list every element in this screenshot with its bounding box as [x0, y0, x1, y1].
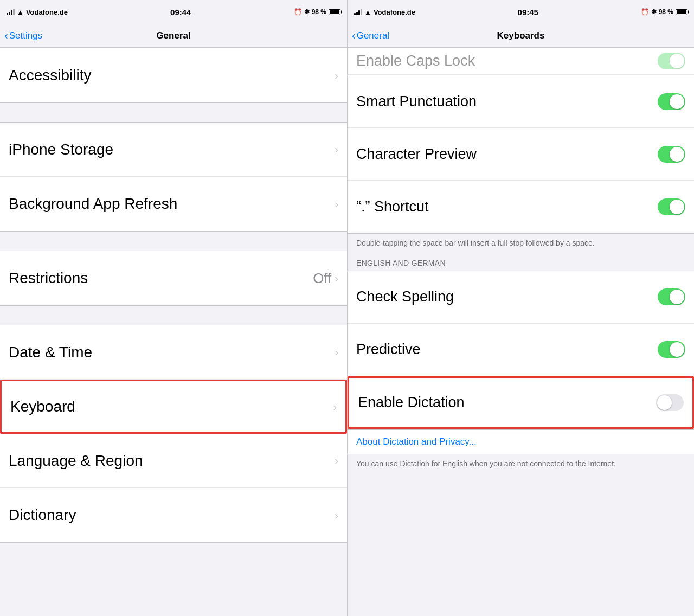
right-alarm-icon: ⏰ [641, 8, 649, 16]
alarm-icon: ⏰ [294, 8, 302, 16]
character-preview-toggle[interactable] [658, 146, 685, 163]
keyboard-row[interactable]: Keyboard › [0, 380, 347, 434]
language-region-right: › [335, 454, 338, 467]
restrictions-row[interactable]: Restrictions Off › [0, 251, 347, 305]
predictive-toggle[interactable] [658, 341, 685, 358]
enable-dictation-toggle-knob [657, 395, 672, 410]
right-bluetooth-icon: ✱ [651, 8, 657, 16]
character-preview-toggle-knob [670, 147, 684, 162]
iphone-storage-chevron-icon: › [335, 143, 338, 156]
left-battery-pct: 98 % [312, 8, 326, 16]
check-spelling-label: Check Spelling [356, 288, 454, 305]
left-nav-bar: ‹ Settings General [0, 24, 347, 48]
shortcut-toggle[interactable] [658, 198, 685, 215]
right-signal-icon [354, 9, 362, 15]
date-time-right: › [335, 346, 338, 358]
left-panel: ▲ Vodafone.de 09:44 ⏰ ✱ 98 % ‹ Settings … [0, 0, 347, 616]
iphone-storage-label: iPhone Storage [9, 141, 113, 158]
spelling-group: Check Spelling Predictive Enable Dictati… [348, 271, 694, 429]
accessibility-right: › [335, 69, 338, 82]
accessibility-chevron-icon: › [335, 69, 338, 82]
date-time-chevron-icon: › [335, 346, 338, 358]
keyboard-label: Keyboard [10, 398, 75, 415]
enable-dictation-row[interactable]: Enable Dictation [348, 376, 694, 429]
restrictions-label: Restrictions [9, 270, 88, 287]
left-back-label: Settings [9, 30, 42, 41]
battery-icon [329, 9, 340, 15]
battery-fill [330, 10, 339, 14]
date-time-label: Date & Time [9, 344, 92, 361]
dictionary-label: Dictionary [9, 506, 76, 524]
smart-punctuation-toggle[interactable] [658, 93, 685, 110]
background-app-refresh-chevron-icon: › [335, 198, 338, 210]
dictation-privacy-label: About Dictation and Privacy... [356, 437, 477, 447]
dictation-footer: You can use Dictation for English when y… [348, 454, 694, 476]
character-preview-label: Character Preview [356, 146, 477, 163]
right-status-left: ▲ Vodafone.de [354, 8, 415, 16]
english-german-header: ENGLISH AND GERMAN [348, 255, 694, 271]
left-status-left: ▲ Vodafone.de [7, 8, 68, 16]
language-region-row[interactable]: Language & Region › [0, 434, 347, 488]
enable-dictation-label: Enable Dictation [358, 394, 465, 411]
right-back-label: General [357, 30, 389, 41]
dictionary-row[interactable]: Dictionary › [0, 488, 347, 542]
dictionary-right: › [335, 509, 338, 522]
left-back-button[interactable]: ‹ Settings [4, 30, 42, 42]
caps-lock-label: Enable Caps Lock [356, 53, 475, 69]
shortcut-toggle-knob [670, 200, 684, 214]
left-status-bar: ▲ Vodafone.de 09:44 ⏰ ✱ 98 % [0, 0, 347, 24]
left-chevron-icon: ‹ [4, 29, 8, 42]
language-region-chevron-icon: › [335, 454, 338, 467]
left-time: 09:44 [170, 8, 191, 17]
restrictions-chevron-icon: › [335, 272, 338, 285]
left-carrier: Vodafone.de [26, 8, 68, 16]
restrictions-value: Off [313, 270, 331, 287]
smart-punctuation-row[interactable]: Smart Punctuation [348, 75, 694, 128]
iphone-storage-row[interactable]: iPhone Storage › [0, 123, 347, 177]
left-nav-title: General [156, 30, 190, 41]
right-panel: ▲ Vodafone.de 09:45 ⏰ ✱ 98 % ‹ General K… [347, 0, 694, 616]
spacer-2 [0, 232, 347, 251]
date-time-row[interactable]: Date & Time › [0, 325, 347, 380]
check-spelling-row[interactable]: Check Spelling [348, 271, 694, 324]
dictation-privacy-link[interactable]: About Dictation and Privacy... [348, 429, 694, 454]
spacer-1 [0, 103, 347, 122]
caps-lock-partial-row: Enable Caps Lock [348, 48, 694, 75]
keyboard-chevron-icon: › [333, 401, 337, 413]
dictionary-chevron-icon: › [335, 509, 338, 522]
caps-lock-toggle-knob [670, 54, 684, 68]
accessibility-label: Accessibility [9, 67, 91, 84]
storage-group: iPhone Storage › Background App Refresh … [0, 122, 347, 232]
restrictions-right: Off › [313, 270, 338, 287]
right-wifi-icon: ▲ [364, 8, 371, 16]
background-app-refresh-row[interactable]: Background App Refresh › [0, 177, 347, 231]
accessibility-row[interactable]: Accessibility › [0, 48, 347, 102]
shortcut-row[interactable]: “.” Shortcut [348, 181, 694, 233]
check-spelling-toggle[interactable] [658, 288, 685, 305]
left-status-right: ⏰ ✱ 98 % [294, 8, 340, 16]
smart-punctuation-label: Smart Punctuation [356, 93, 477, 110]
predictive-label: Predictive [356, 341, 421, 358]
right-time: 09:45 [518, 8, 538, 17]
caps-lock-toggle[interactable] [658, 53, 685, 69]
right-chevron-icon: ‹ [352, 29, 356, 42]
right-battery-pct: 98 % [659, 8, 673, 16]
predictive-row[interactable]: Predictive [348, 324, 694, 376]
background-app-refresh-right: › [335, 198, 338, 210]
left-settings-content: Accessibility › iPhone Storage › Backgro… [0, 48, 347, 616]
enable-dictation-toggle[interactable] [656, 394, 684, 411]
shortcut-label: “.” Shortcut [356, 198, 429, 215]
language-region-label: Language & Region [9, 452, 143, 470]
signal-icon [7, 9, 15, 15]
right-carrier: Vodafone.de [374, 8, 415, 16]
character-preview-row[interactable]: Character Preview [348, 128, 694, 181]
misc-group: Date & Time › Keyboard › Language & Regi… [0, 325, 347, 543]
smart-punctuation-toggle-knob [670, 94, 684, 109]
right-battery-fill [677, 10, 686, 14]
right-back-button[interactable]: ‹ General [352, 30, 389, 42]
wifi-icon: ▲ [17, 8, 24, 16]
right-status-bar: ▲ Vodafone.de 09:45 ⏰ ✱ 98 % [348, 0, 694, 24]
right-battery-icon [676, 9, 687, 15]
predictive-toggle-knob [670, 342, 684, 357]
right-nav-title: Keyboards [497, 30, 545, 41]
